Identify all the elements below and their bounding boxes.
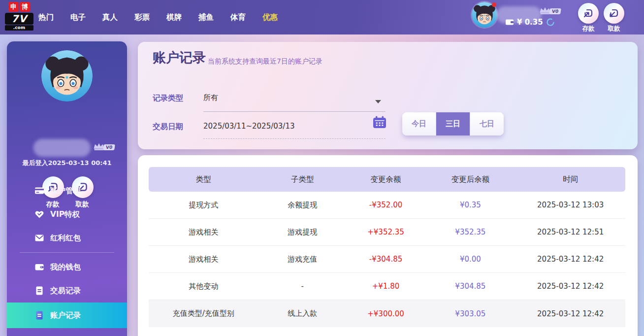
table-row: 游戏相关 游戏提现 +¥352.35 ¥352.35 2025-03-12 12… <box>149 219 625 246</box>
nav-item-boardgames[interactable]: 棋牌 <box>166 12 182 23</box>
notification-dot <box>492 2 496 7</box>
cell-type: 提现方式 <box>149 201 258 210</box>
menu-label: 账户记录 <box>50 310 81 321</box>
sidebar-menu: 账户管理 VIP特权 红利红包 我的钱包 <box>7 179 127 328</box>
cell-balance-after: ¥304.85 <box>425 282 515 291</box>
range-button-seven-days[interactable]: 七日 <box>470 112 504 135</box>
chevron-down-icon[interactable] <box>375 100 381 103</box>
vip-level-badge: V0 <box>539 6 561 14</box>
nav-item-fishing[interactable]: 捕鱼 <box>198 12 214 23</box>
wallet-icon <box>34 262 44 272</box>
last-login-text: 最后登入2025-03-13 00:41 <box>7 159 127 168</box>
header-type: 类型 <box>149 174 258 185</box>
sidebar-item-account-management[interactable]: 账户管理 <box>7 179 127 202</box>
avatar-image <box>41 50 93 101</box>
cell-change-amount: -¥352.00 <box>347 201 425 209</box>
table-row: 其他变动 - +¥1.80 ¥304.85 2025-03-12 12:42 <box>149 273 625 300</box>
header-change-amount: 变更余额 <box>347 174 425 185</box>
deposit-label: 存款 <box>578 25 599 33</box>
header-time: 时间 <box>515 174 625 185</box>
date-range-input[interactable]: 2025/03/11~2025/03/13 <box>203 122 294 131</box>
username-blurred <box>33 139 91 157</box>
withdraw-icon <box>608 7 620 19</box>
sidebar-item-bonus-redpacket[interactable]: 红利红包 <box>7 226 127 250</box>
cell-type: 充值类型/充值型别 <box>149 309 258 318</box>
sidebar-avatar[interactable] <box>41 50 93 101</box>
deposit-icon <box>582 7 594 19</box>
cell-change-amount: -¥304.85 <box>347 255 425 264</box>
cell-subtype: 游戏充值 <box>258 255 347 264</box>
card-icon <box>34 186 44 196</box>
refresh-icon[interactable] <box>546 18 555 27</box>
quick-range-group: 今日 三日 七日 <box>402 112 504 135</box>
record-type-select[interactable]: 所有 <box>203 93 218 102</box>
cell-change-amount: +¥1.80 <box>347 282 425 291</box>
balance-amount: ¥ 0.35 <box>517 18 543 27</box>
calendar-icon[interactable] <box>373 116 386 129</box>
cell-type: 其他变动 <box>149 282 258 291</box>
cell-balance-after: ¥303.05 <box>425 309 515 318</box>
account-records-filter-panel: 账户记录 当前系统支持查询最近7日的账户记录 记录类型 所有 交易日期 2025… <box>138 42 638 149</box>
top-bar: 申 博 7V .com 热门 电子 真人 彩票 棋牌 捕鱼 体育 优惠 ¥ 0.… <box>0 0 644 34</box>
header-subtype: 子类型 <box>258 174 347 185</box>
document-icon <box>34 286 44 296</box>
sidebar-item-transaction-records[interactable]: 交易记录 <box>7 279 127 302</box>
logo-main-text: 7V <box>5 13 33 25</box>
cell-type: 游戏相关 <box>149 255 258 264</box>
site-logo[interactable]: 申 博 7V .com <box>5 2 33 31</box>
cell-time: 2025-03-12 12:42 <box>515 309 625 318</box>
table-row: 游戏相关 游戏充值 -¥304.85 ¥0.00 2025-03-12 12:4… <box>149 246 625 273</box>
withdraw-label: 取款 <box>604 25 624 33</box>
cell-change-amount: +¥352.35 <box>347 228 425 236</box>
wallet-icon <box>505 19 514 26</box>
menu-label: VIP特权 <box>50 209 80 220</box>
menu-label: 我的钱包 <box>50 262 81 272</box>
nav-item-lottery[interactable]: 彩票 <box>134 12 150 23</box>
vip-level-text: V0 <box>549 8 561 14</box>
topbar-deposit-button[interactable]: 存款 <box>578 3 599 33</box>
logo-suffix: .com <box>5 25 33 31</box>
nav-item-hot[interactable]: 热门 <box>38 12 54 23</box>
header-balance-after: 变更后余额 <box>425 174 515 185</box>
cell-subtype: - <box>258 282 347 291</box>
cell-time: 2025-03-12 13:03 <box>515 201 625 209</box>
sidebar-item-my-wallet[interactable]: 我的钱包 <box>7 255 127 279</box>
range-button-three-days[interactable]: 三日 <box>436 112 470 135</box>
nav-item-sports[interactable]: 体育 <box>230 12 246 23</box>
document-icon <box>34 310 44 320</box>
sidebar-item-vip-privileges[interactable]: VIP特权 <box>7 202 127 226</box>
topbar-withdraw-button[interactable]: 取款 <box>604 3 624 33</box>
envelope-icon <box>34 233 44 243</box>
nav-item-live[interactable]: 真人 <box>102 12 118 23</box>
range-button-today[interactable]: 今日 <box>402 112 436 135</box>
sidebar-item-account-records[interactable]: 账户记录 <box>7 302 127 328</box>
menu-label: 账户管理 <box>50 186 81 196</box>
record-type-underline <box>203 111 386 112</box>
cell-change-amount: +¥300.00 <box>347 309 425 318</box>
logo-char-1: 申 <box>8 2 19 12</box>
account-records-table-panel: 类型 子类型 变更余额 变更后余额 时间 提现方式 余额提现 -¥352.00 … <box>138 155 638 336</box>
cell-time: 2025-03-12 12:51 <box>515 228 625 236</box>
sidebar: V0 最后登入2025-03-13 00:41 存款 取款 账户管理 <box>7 41 127 336</box>
menu-label: 红利红包 <box>50 233 81 243</box>
cell-balance-after: ¥352.35 <box>425 228 515 236</box>
record-type-label: 记录类型 <box>153 93 183 103</box>
main-nav: 热门 电子 真人 彩票 棋牌 捕鱼 体育 优惠 <box>38 0 278 34</box>
date-range-underline <box>203 138 386 139</box>
page-title: 账户记录 <box>153 49 206 67</box>
logo-char-2: 博 <box>20 2 30 12</box>
table-row: 充值类型/充值型别 线上入款 +¥300.00 ¥303.05 2025-03-… <box>149 300 625 327</box>
cell-balance-after: ¥0.35 <box>425 201 515 209</box>
vip-icon <box>34 209 44 219</box>
cell-time: 2025-03-12 12:42 <box>515 255 625 264</box>
cell-subtype: 线上入款 <box>258 309 347 318</box>
nav-item-promotions[interactable]: 优惠 <box>262 12 278 23</box>
cell-time: 2025-03-12 12:42 <box>515 282 625 291</box>
table-row: 提现方式 余额提现 -¥352.00 ¥0.35 2025-03-12 13:0… <box>149 192 625 219</box>
cell-subtype: 余额提现 <box>258 201 347 210</box>
nav-item-slots[interactable]: 电子 <box>70 12 86 23</box>
menu-divider <box>20 252 114 253</box>
page-subtitle: 当前系统支持查询最近7日的账户记录 <box>208 57 322 66</box>
cell-subtype: 游戏提现 <box>258 228 347 237</box>
records-table: 类型 子类型 变更余额 变更后余额 时间 提现方式 余额提现 -¥352.00 … <box>149 167 625 327</box>
